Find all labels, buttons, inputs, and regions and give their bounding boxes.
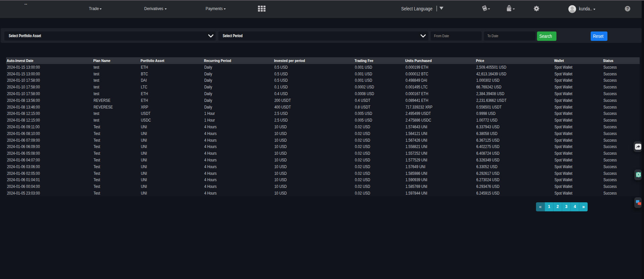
svg-text:?: ? <box>626 6 629 11</box>
